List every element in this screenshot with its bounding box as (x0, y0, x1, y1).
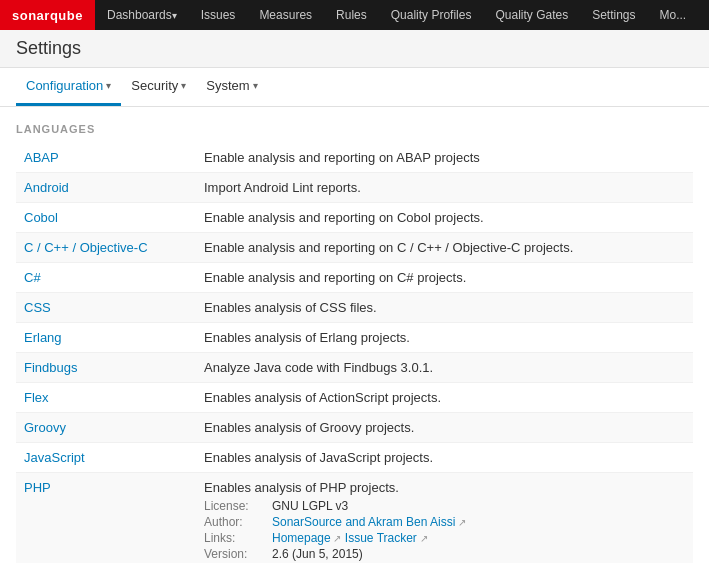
lang-link[interactable]: Flex (24, 390, 49, 405)
lang-link[interactable]: C / C++ / Objective-C (24, 240, 148, 255)
lang-name: Flex (16, 383, 196, 413)
nav-item-settings[interactable]: Settings (580, 0, 647, 30)
lang-description: Analyze Java code with Findbugs 3.0.1. (196, 353, 693, 383)
lang-description: Enable analysis and reporting on C# proj… (196, 263, 693, 293)
lang-name: C / C++ / Objective-C (16, 233, 196, 263)
lang-name: JavaScript (16, 443, 196, 473)
license-label: License: (204, 499, 264, 513)
lang-link[interactable]: CSS (24, 300, 51, 315)
table-row: CSSEnables analysis of CSS files. (16, 293, 693, 323)
issue-tracker-link[interactable]: Issue Tracker (345, 531, 428, 545)
desc-text: Enable analysis and reporting on C# proj… (204, 270, 466, 285)
lang-description: Enables analysis of Erlang projects. (196, 323, 693, 353)
lang-name: C# (16, 263, 196, 293)
table-row: C / C++ / Objective-CEnable analysis and… (16, 233, 693, 263)
lang-link[interactable]: Groovy (24, 420, 66, 435)
page-title: Settings (16, 38, 693, 59)
sub-nav: Configuration Security System (0, 68, 709, 107)
lang-description: Enables analysis of JavaScript projects. (196, 443, 693, 473)
table-row: GroovyEnables analysis of Groovy project… (16, 413, 693, 443)
lang-description: Import Android Lint reports. (196, 173, 693, 203)
nav-item-quality-profiles[interactable]: Quality Profiles (379, 0, 484, 30)
subnav-configuration[interactable]: Configuration (16, 68, 121, 106)
table-row: PHPEnables analysis of PHP projects.Lice… (16, 473, 693, 564)
author-link[interactable]: SonarSource and Akram Ben Aissi (272, 515, 466, 529)
version-value: 2.6 (Jun 5, 2015) (272, 547, 363, 561)
lang-link[interactable]: C# (24, 270, 41, 285)
subnav-system[interactable]: System (196, 68, 267, 106)
nav-item-dashboards[interactable]: Dashboards (95, 0, 189, 30)
lang-description: Enables analysis of CSS files. (196, 293, 693, 323)
subnav-security[interactable]: Security (121, 68, 196, 106)
page-header: Settings (0, 30, 709, 68)
nav-item-quality-gates[interactable]: Quality Gates (483, 0, 580, 30)
section-title: LANGUAGES (16, 123, 693, 135)
desc-text: Enable analysis and reporting on Cobol p… (204, 210, 484, 225)
desc-text: Import Android Lint reports. (204, 180, 361, 195)
lang-name: Erlang (16, 323, 196, 353)
desc-text: Enables analysis of Groovy projects. (204, 420, 414, 435)
lang-link[interactable]: Android (24, 180, 69, 195)
top-nav: sonarqube Dashboards Issues Measures Rul… (0, 0, 709, 30)
table-row: JavaScriptEnables analysis of JavaScript… (16, 443, 693, 473)
table-row: ABAPEnable analysis and reporting on ABA… (16, 143, 693, 173)
author-value: SonarSource and Akram Ben Aissi (272, 515, 466, 529)
lang-description: Enables analysis of Groovy projects. (196, 413, 693, 443)
lang-name: PHP (16, 473, 196, 564)
table-row: ErlangEnables analysis of Erlang project… (16, 323, 693, 353)
table-row: C#Enable analysis and reporting on C# pr… (16, 263, 693, 293)
lang-description: Enables analysis of PHP projects.License… (196, 473, 693, 564)
lang-name: Findbugs (16, 353, 196, 383)
table-row: FindbugsAnalyze Java code with Findbugs … (16, 353, 693, 383)
nav-item-more[interactable]: Mo... (648, 0, 699, 30)
php-version-row: Version:2.6 (Jun 5, 2015) (204, 547, 685, 561)
lang-name: ABAP (16, 143, 196, 173)
logo-text: sonarqube (12, 8, 83, 23)
lang-link[interactable]: ABAP (24, 150, 59, 165)
nav-item-issues[interactable]: Issues (189, 0, 248, 30)
content: LANGUAGES ABAPEnable analysis and report… (0, 107, 709, 563)
desc-text: Enables analysis of JavaScript projects. (204, 450, 433, 465)
php-author-row: Author:SonarSource and Akram Ben Aissi (204, 515, 685, 529)
nav-items: Dashboards Issues Measures Rules Quality… (95, 0, 698, 30)
desc-text: Enables analysis of PHP projects. (204, 480, 399, 495)
lang-link[interactable]: Cobol (24, 210, 58, 225)
lang-link[interactable]: Findbugs (24, 360, 77, 375)
version-label: Version: (204, 547, 264, 561)
lang-link[interactable]: PHP (24, 480, 51, 495)
desc-text: Enable analysis and reporting on ABAP pr… (204, 150, 480, 165)
lang-link[interactable]: Erlang (24, 330, 62, 345)
desc-text: Enable analysis and reporting on C / C++… (204, 240, 573, 255)
lang-link[interactable]: JavaScript (24, 450, 85, 465)
php-license-row: License:GNU LGPL v3 (204, 499, 685, 513)
table-row: CobolEnable analysis and reporting on Co… (16, 203, 693, 233)
lang-description: Enable analysis and reporting on C / C++… (196, 233, 693, 263)
license-value: GNU LGPL v3 (272, 499, 348, 513)
author-label: Author: (204, 515, 264, 529)
table-row: AndroidImport Android Lint reports. (16, 173, 693, 203)
table-row: FlexEnables analysis of ActionScript pro… (16, 383, 693, 413)
desc-text: Enables analysis of CSS files. (204, 300, 377, 315)
nav-item-measures[interactable]: Measures (247, 0, 324, 30)
nav-item-rules[interactable]: Rules (324, 0, 379, 30)
lang-description: Enables analysis of ActionScript project… (196, 383, 693, 413)
links-value: Homepage Issue Tracker (272, 531, 428, 545)
homepage-link[interactable]: Homepage (272, 531, 342, 545)
desc-text: Enables analysis of Erlang projects. (204, 330, 410, 345)
lang-name: Groovy (16, 413, 196, 443)
lang-name: Cobol (16, 203, 196, 233)
lang-name: Android (16, 173, 196, 203)
lang-description: Enable analysis and reporting on ABAP pr… (196, 143, 693, 173)
lang-name: CSS (16, 293, 196, 323)
logo[interactable]: sonarqube (0, 0, 95, 30)
lang-description: Enable analysis and reporting on Cobol p… (196, 203, 693, 233)
php-links-row: Links:Homepage Issue Tracker (204, 531, 685, 545)
languages-table: ABAPEnable analysis and reporting on ABA… (16, 143, 693, 563)
desc-text: Analyze Java code with Findbugs 3.0.1. (204, 360, 433, 375)
desc-text: Enables analysis of ActionScript project… (204, 390, 441, 405)
php-extra-info: License:GNU LGPL v3Author:SonarSource an… (204, 499, 685, 563)
links-label: Links: (204, 531, 264, 545)
